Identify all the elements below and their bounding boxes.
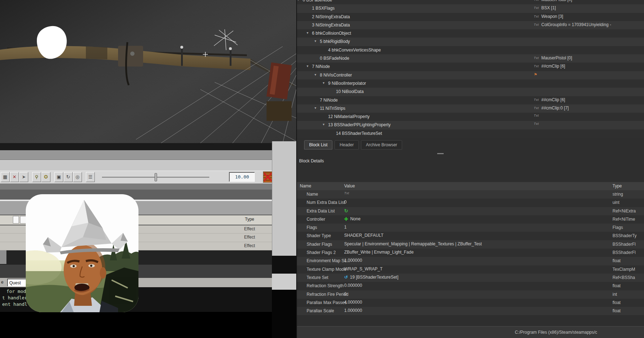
block-label: 14 BSShaderTextureSet — [336, 131, 382, 136]
zoom-slider-handle[interactable] — [155, 173, 157, 181]
block-list-row[interactable]: ▾13 BSShaderPPLightingPropertyTxt — [297, 121, 644, 129]
tab-block-list[interactable]: Block List — [304, 140, 332, 150]
details-row[interactable]: Texture Set↺19 [BSShaderTextureSet]Ref<B… — [297, 274, 644, 282]
zoom-value-input[interactable]: 10.00 — [229, 172, 255, 182]
block-list-row[interactable]: 3 NiStringExtraDataTxtColGroupInfo = 170… — [297, 21, 644, 29]
details-row[interactable]: Num Extra Data List0uint — [297, 199, 644, 207]
block-label: 13 BSShaderPPLightingProperty — [328, 122, 391, 127]
expander-arrow-icon[interactable]: ▾ — [307, 64, 308, 68]
window-fragment-strip — [272, 274, 296, 290]
window-fragment-strip — [272, 256, 296, 274]
details-row[interactable]: Refraction Strength0.000000float — [297, 282, 644, 290]
block-value: Txt — [534, 122, 539, 126]
block-label: 5 bhkRigidBody — [320, 39, 350, 44]
toolbar-button-5[interactable]: ▣ — [54, 172, 63, 182]
detail-name: Parallax Scale — [307, 308, 334, 313]
details-row[interactable]: Parallax Scale1.000000float — [297, 307, 644, 315]
detail-name: Flags — [307, 225, 317, 230]
block-list-row[interactable]: 14 BSShaderTextureSet — [297, 129, 644, 138]
toolbar-button-2[interactable]: ➤ — [19, 172, 28, 182]
details-row[interactable]: Shader TypeSHADER_DEFAULTBSShaderTy — [297, 232, 644, 240]
txt-icon: Txt — [534, 23, 539, 26]
details-row[interactable]: Texture Clamp ModeWRAP_S_WRAP_TTexClampM — [297, 265, 644, 274]
block-value: Txt##cmClip [6] — [534, 64, 565, 69]
block-list-row[interactable]: 12 NiMaterialPropertyTxt — [297, 113, 644, 121]
detail-value: ↻ — [344, 208, 348, 214]
block-list-row[interactable]: ▾11 NiTriStripsTxt##cmClip:0 [7] — [297, 104, 644, 113]
details-row[interactable]: Controller✚NoneRef<NiTime — [297, 215, 644, 224]
link-icon: ↺ — [344, 275, 348, 280]
quest-field-label-fragment: e — [1, 280, 4, 285]
details-row[interactable]: Refraction Fire Period0int — [297, 290, 644, 299]
texture-grid-disabled-icon[interactable] — [263, 171, 273, 183]
detail-name: Shader Flags 2 — [307, 250, 336, 255]
toolbar-button-7[interactable]: ◎ — [73, 172, 82, 182]
file-path-text: C:/Program Files (x86)/Steam/steamapps/c — [515, 330, 597, 335]
block-list-row[interactable]: 4 bhkConvexVerticesShape — [297, 46, 644, 54]
block-list-row[interactable]: 0 BSFadeNodeTxtMauserPistol [0] — [297, 54, 644, 63]
block-list-row[interactable]: ▾6 bhkCollisionObject — [297, 29, 644, 38]
splitter-handle[interactable] — [437, 153, 444, 154]
block-value: ⚑ — [534, 72, 537, 77]
detail-name: Shader Flags — [307, 242, 332, 247]
detail-name: Shader Type — [307, 233, 331, 238]
render-viewport[interactable] — [0, 0, 296, 143]
toolbar-button-3[interactable]: ⚲ — [32, 172, 41, 182]
block-list-tree: ▾0 BSFadeNodeTxtMauserPistol [0]1 BSXFla… — [297, 0, 644, 138]
expander-arrow-icon[interactable]: ▾ — [323, 81, 325, 85]
detail-value: 1 — [344, 225, 347, 230]
details-row[interactable]: Flags1Flags — [297, 224, 644, 232]
details-row[interactable]: Shader Flags 2ZBuffer_Write | Envmap_Lig… — [297, 249, 644, 257]
expander-arrow-icon[interactable]: ▾ — [323, 122, 325, 126]
expander-arrow-icon[interactable]: ▾ — [314, 39, 316, 43]
toolbar-button-0[interactable]: ▦ — [1, 172, 10, 182]
details-row[interactable]: Shader FlagsSpecular | Environment_Mappi… — [297, 240, 644, 249]
toolbar-button-6[interactable]: ↻ — [64, 172, 73, 182]
block-list-row[interactable]: ▾9 NiBoolInterpolator — [297, 79, 644, 88]
expander-arrow-icon[interactable]: ▾ — [314, 73, 316, 77]
detail-value: 1.000000 — [344, 308, 362, 313]
window-fragment-chip — [0, 250, 6, 264]
block-label: 0 BSFadeNode — [320, 56, 349, 61]
plus-icon: ✚ — [344, 216, 348, 222]
details-row[interactable]: NameTxtstring — [297, 190, 644, 199]
tab-archive-browser[interactable]: Archive Browser — [361, 140, 402, 150]
details-row[interactable]: Parallax Max Passes4.000000float — [297, 299, 644, 307]
detail-type: float — [613, 258, 621, 263]
detail-type: BSShaderTy — [613, 233, 636, 238]
details-row[interactable]: Environment Map Sc...1.000000float — [297, 257, 644, 265]
detail-type: Ref<NiTime — [613, 217, 635, 222]
block-list-row[interactable]: ▾7 NiNodeTxt##cmClip [6] — [297, 63, 644, 71]
toolbar-button-4[interactable]: ✪ — [42, 172, 50, 182]
detail-type: TexClampM — [613, 267, 635, 272]
block-list-row[interactable]: 10 NiBoolData — [297, 88, 644, 96]
detail-type: float — [613, 300, 621, 305]
txt-icon: Txt — [534, 122, 539, 126]
scrollbar-strip[interactable] — [272, 141, 296, 256]
block-value: TxtMauserPistol [0] — [534, 55, 572, 60]
expander-arrow-icon[interactable]: ▾ — [314, 106, 316, 110]
block-value: Txt — [534, 114, 539, 117]
block-label: 7 NiNode — [312, 64, 330, 69]
block-list-row[interactable]: 7 NiNodeTxt##cmClip [6] — [297, 96, 644, 104]
details-row[interactable]: Extra Data List↻Ref<NiExtra — [297, 207, 644, 215]
detail-type: float — [613, 308, 621, 313]
detail-value: ↺19 [BSShaderTextureSet] — [344, 275, 398, 280]
toolbar-button-1[interactable]: ✕ — [10, 172, 19, 182]
effects-type-column-header[interactable]: Type — [233, 217, 267, 222]
block-list-row[interactable]: 2 NiStringExtraDataTxtWeapon [3] — [297, 13, 644, 21]
block-list-row[interactable]: ▾8 NiVisController⚑ — [297, 71, 644, 79]
detail-type: int — [613, 292, 617, 297]
block-label: 3 NiStringExtraData — [312, 23, 350, 28]
console-line: ent handl — [2, 301, 27, 308]
block-list-row[interactable]: ▾0 BSFadeNodeTxtMauserPistol [0] — [297, 0, 644, 4]
toolbar-button-8[interactable]: ☰ — [86, 172, 95, 182]
txt-icon: Txt — [534, 64, 539, 68]
details-column-name: Name — [300, 183, 311, 188]
expander-arrow-icon[interactable]: ▾ — [297, 0, 299, 1]
tab-header[interactable]: Header — [335, 140, 358, 150]
block-list-row[interactable]: ▾5 bhkRigidBody — [297, 38, 644, 46]
expander-arrow-icon[interactable]: ▾ — [307, 31, 308, 35]
detail-type: Ref<BSSha — [613, 275, 635, 280]
block-list-row[interactable]: 1 BSXFlagsTxtBSX [1] — [297, 4, 644, 13]
